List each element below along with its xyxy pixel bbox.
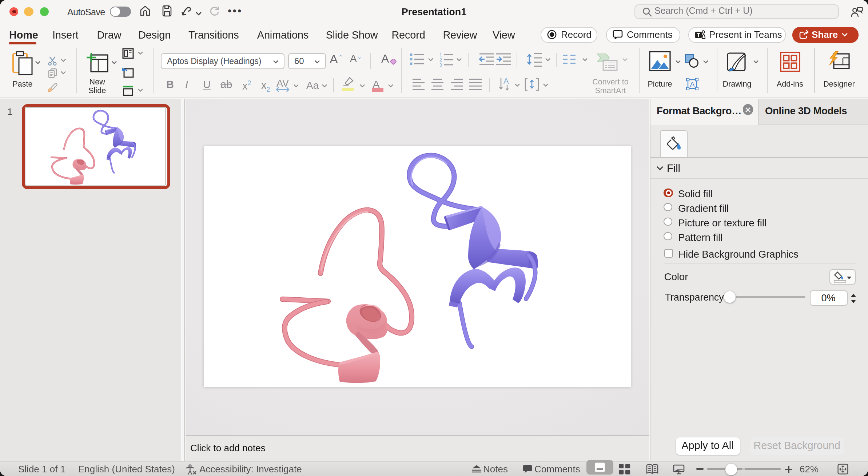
svg-text:3: 3 xyxy=(439,62,442,67)
svg-text:1: 1 xyxy=(439,52,442,57)
svg-text:2: 2 xyxy=(439,57,442,63)
svg-text:T: T xyxy=(696,32,700,38)
svg-text:A: A xyxy=(690,80,695,88)
svg-text:A: A xyxy=(503,77,509,86)
